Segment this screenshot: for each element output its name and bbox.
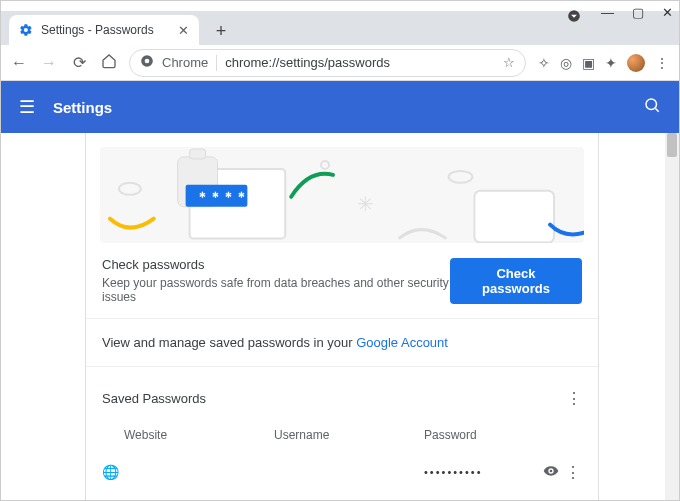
maximize-button[interactable]: ▢ — [632, 5, 644, 20]
gear-icon — [19, 23, 33, 37]
back-button[interactable]: ← — [9, 54, 29, 72]
new-tab-button[interactable]: + — [207, 17, 235, 45]
hero-illustration: ＊＊＊＊| ✳ — [100, 147, 584, 243]
cell-password: •••••••••• — [424, 466, 538, 478]
svg-point-11 — [321, 161, 329, 169]
close-window-button[interactable]: ✕ — [662, 5, 673, 20]
search-icon[interactable] — [643, 96, 661, 118]
scrollbar-thumb[interactable] — [667, 133, 677, 157]
kebab-menu-icon[interactable]: ⋮ — [566, 389, 582, 408]
close-icon[interactable]: ✕ — [178, 23, 189, 38]
extension-icon[interactable]: ▣ — [582, 55, 595, 71]
svg-text:＊＊＊＊|: ＊＊＊＊| — [196, 189, 252, 204]
check-passwords-button[interactable]: Check passwords — [450, 258, 582, 304]
check-passwords-subtitle: Keep your passwords safe from data breac… — [102, 276, 450, 304]
kebab-menu-icon[interactable]: ⋮ — [564, 463, 582, 482]
svg-point-14 — [449, 171, 473, 183]
home-button[interactable] — [99, 53, 119, 73]
passwords-table: Website Username Password 🌐 •••••••••• ⋮… — [86, 418, 598, 500]
show-password-icon[interactable] — [538, 463, 564, 482]
check-passwords-row: Check passwords Keep your passwords safe… — [86, 243, 598, 319]
svg-point-5 — [119, 183, 141, 195]
minimize-button[interactable]: — — [601, 5, 614, 20]
google-account-row: View and manage saved passwords in your … — [86, 319, 598, 367]
bookmark-star-icon[interactable]: ☆ — [503, 55, 515, 70]
reload-button[interactable]: ⟳ — [69, 53, 89, 72]
account-prefix: View and manage saved passwords in your — [102, 335, 356, 350]
tab-title: Settings - Passwords — [41, 23, 170, 37]
svg-line-4 — [655, 108, 658, 111]
hamburger-menu-icon[interactable]: ☰ — [19, 96, 35, 118]
col-password: Password — [424, 428, 582, 442]
account-indicator-icon — [567, 9, 581, 26]
svg-text:✳: ✳ — [357, 193, 374, 215]
svg-point-3 — [646, 99, 657, 110]
svg-rect-8 — [190, 149, 206, 159]
extensions-puzzle-icon[interactable]: ✦ — [605, 55, 617, 71]
window-controls: — ▢ ✕ — [601, 5, 673, 20]
table-row: 🌐 ••••••••• ⋮ — [102, 492, 582, 500]
browser-tab[interactable]: Settings - Passwords ✕ — [9, 15, 199, 45]
col-username: Username — [274, 428, 424, 442]
extension-icon[interactable]: ◎ — [560, 55, 572, 71]
google-account-link[interactable]: Google Account — [356, 335, 448, 350]
scrollbar[interactable] — [665, 133, 679, 500]
kebab-menu-icon[interactable]: ⋮ — [655, 55, 669, 71]
chrome-icon — [140, 54, 154, 71]
settings-header: ☰ Settings — [1, 81, 679, 133]
browser-toolbar: ← → ⟳ Chrome chrome://settings/passwords… — [1, 45, 679, 81]
svg-point-2 — [145, 59, 150, 64]
extension-icon[interactable]: ✧ — [538, 55, 550, 71]
extension-icons: ✧ ◎ ▣ ✦ ⋮ — [536, 54, 671, 72]
profile-avatar[interactable] — [627, 54, 645, 72]
address-site-label: Chrome — [162, 55, 208, 70]
passwords-card: ＊＊＊＊| ✳ Check passwords Keep your passwo… — [85, 133, 599, 500]
col-website: Website — [124, 428, 274, 442]
forward-button[interactable]: → — [39, 54, 59, 72]
page-title: Settings — [53, 99, 112, 116]
globe-icon: 🌐 — [102, 464, 124, 480]
address-bar[interactable]: Chrome chrome://settings/passwords ☆ — [129, 49, 526, 77]
table-row: 🌐 •••••••••• ⋮ — [102, 452, 582, 492]
svg-rect-13 — [474, 191, 554, 243]
saved-passwords-title: Saved Passwords — [102, 391, 206, 406]
address-url: chrome://settings/passwords — [225, 55, 390, 70]
check-passwords-title: Check passwords — [102, 257, 450, 272]
